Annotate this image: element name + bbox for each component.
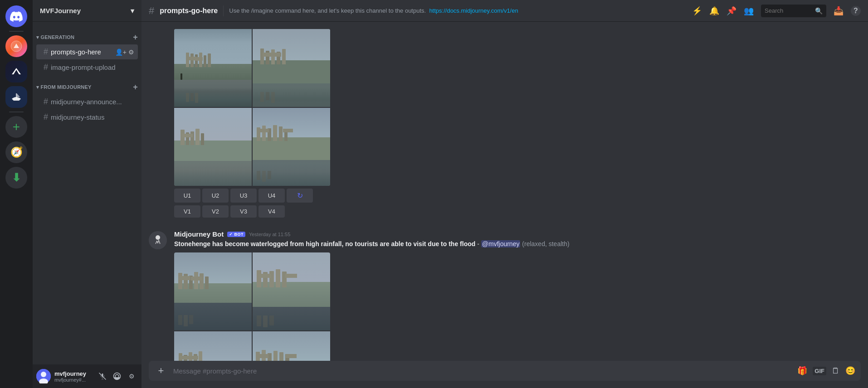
gif-icon[interactable]: GIF bbox=[813, 367, 826, 375]
search-box[interactable]: 🔍 bbox=[761, 5, 826, 17]
sb4-5 bbox=[279, 352, 283, 361]
upscale-1-button[interactable]: U1 bbox=[174, 189, 200, 203]
image-cell-2-1[interactable] bbox=[174, 252, 252, 330]
bot-badge: ✓ BOT bbox=[227, 232, 245, 237]
server-icon-explore[interactable]: 🧭 bbox=[5, 141, 27, 163]
notification-icon[interactable]: 🔔 bbox=[709, 6, 719, 16]
user-controls: ⚙ bbox=[96, 370, 138, 383]
members-icon[interactable]: 👥 bbox=[744, 6, 754, 16]
stones-group-3 bbox=[180, 129, 204, 145]
upscale-4-button[interactable]: U4 bbox=[258, 189, 285, 203]
image-cell-1-1[interactable] bbox=[174, 29, 252, 107]
sl2-2 bbox=[271, 53, 281, 57]
server-header[interactable]: MVFJourney ▾ bbox=[33, 0, 141, 22]
sticker-icon[interactable]: 🗒 bbox=[832, 366, 840, 376]
server-icon-mvfjourney[interactable] bbox=[5, 35, 27, 57]
upscale-3-button[interactable]: U3 bbox=[230, 189, 257, 203]
server-icon-discord-home[interactable] bbox=[5, 5, 27, 27]
user-settings-button[interactable]: ⚙ bbox=[125, 370, 138, 383]
hash-icon-2: # bbox=[44, 63, 48, 72]
stonehenge-image-3 bbox=[174, 108, 252, 186]
variation-3-button[interactable]: V3 bbox=[230, 205, 257, 218]
server-name: MVFJourney bbox=[40, 7, 81, 15]
pin-icon[interactable]: 📌 bbox=[727, 6, 736, 16]
input-icons: 🎁 GIF 🗒 😊 bbox=[797, 366, 855, 376]
channel-list: ▾ GENERATION + # prompts-go-here 👤+ ⚙ # … bbox=[33, 22, 141, 364]
message-separator: - bbox=[477, 240, 481, 247]
stones-b4 bbox=[256, 350, 326, 361]
upscale-2-button[interactable]: U2 bbox=[202, 189, 229, 203]
ground-4 bbox=[253, 137, 330, 160]
message-params: (relaxed, stealth) bbox=[522, 240, 569, 247]
sl4-2 bbox=[283, 129, 293, 132]
help-icon[interactable]: ? bbox=[851, 6, 861, 16]
avatar bbox=[36, 369, 51, 383]
boost-icon[interactable]: ⚡ bbox=[692, 6, 702, 16]
channel-item-midjourney-status[interactable]: # midjourney-status bbox=[36, 110, 138, 125]
mute-button[interactable] bbox=[96, 370, 109, 383]
inbox-icon[interactable]: 📥 bbox=[834, 6, 844, 16]
midjourney-docs-link[interactable]: https://docs.midjourney.com/v1/en bbox=[429, 7, 518, 14]
settings-icon[interactable]: ⚙ bbox=[128, 48, 134, 56]
search-input[interactable] bbox=[765, 7, 812, 14]
add-channel-icon[interactable]: + bbox=[133, 33, 138, 42]
emoji-icon[interactable]: 😊 bbox=[845, 366, 855, 376]
main-content: # prompts-go-here Use the /imagine comma… bbox=[141, 0, 868, 388]
channel-item-prompts-go-here[interactable]: # prompts-go-here 👤+ ⚙ bbox=[36, 44, 138, 59]
server-icon-download[interactable]: ⬇ bbox=[5, 167, 27, 189]
sb4-4 bbox=[273, 351, 278, 361]
image-cell-1-3[interactable] bbox=[174, 108, 252, 186]
stonehenge-img-2-2 bbox=[253, 252, 330, 330]
sb1-5 bbox=[200, 273, 204, 289]
stone-reflection-1 bbox=[186, 93, 198, 103]
add-channel-icon-2[interactable]: + bbox=[133, 82, 138, 92]
stone-refl-b2 bbox=[257, 315, 274, 327]
add-attachment-button[interactable]: + bbox=[154, 364, 168, 378]
message-input[interactable] bbox=[173, 367, 792, 375]
channel-name-3: midjourney-announce... bbox=[51, 98, 134, 106]
channel-item-image-prompt-upload[interactable]: # image-prompt-upload bbox=[36, 60, 138, 75]
srb1-3 bbox=[189, 315, 193, 324]
sbl4-1 bbox=[258, 354, 268, 358]
message-header-stonehenge: Midjourney Bot ✓ BOT Yesterday at 11:55 bbox=[174, 230, 861, 238]
server-sidebar: + 🧭 ⬇ bbox=[0, 0, 33, 388]
srb1-1 bbox=[178, 315, 182, 325]
channel-item-midjourney-announce[interactable]: # midjourney-announce... bbox=[36, 94, 138, 109]
server-icon-add[interactable]: + bbox=[5, 116, 27, 138]
message-group-partial: U1 U2 U3 U4 ↻ V1 V2 V3 V4 bbox=[141, 29, 868, 221]
variation-2-button[interactable]: V2 bbox=[202, 205, 229, 218]
channel-header-name: prompts-go-here bbox=[160, 7, 218, 15]
channel-header-hash-icon: # bbox=[149, 5, 154, 17]
stones-group-1 bbox=[186, 53, 211, 67]
category-from-midjourney[interactable]: ▾ FROM MIDJOURNEY + bbox=[33, 75, 141, 94]
category-generation[interactable]: ▾ GENERATION + bbox=[33, 25, 141, 44]
image-grid-1 bbox=[174, 29, 330, 186]
sr1 bbox=[186, 93, 189, 102]
variation-1-button[interactable]: V1 bbox=[174, 205, 200, 218]
message-author: Midjourney Bot bbox=[174, 230, 224, 238]
stonehenge-img-2-4 bbox=[253, 331, 330, 361]
image-cell-2-3[interactable] bbox=[174, 331, 252, 361]
deafen-button[interactable] bbox=[111, 370, 123, 383]
gift-icon[interactable]: 🎁 bbox=[797, 366, 807, 376]
add-member-icon[interactable]: 👤+ bbox=[115, 48, 127, 56]
image-cell-2-2[interactable] bbox=[253, 252, 330, 330]
stone-reflection-4 bbox=[257, 171, 271, 182]
message-group-stonehenge: Midjourney Bot ✓ BOT Yesterday at 11:55 … bbox=[141, 228, 868, 361]
message-input-area: + 🎁 GIF 🗒 😊 bbox=[141, 361, 868, 388]
server-icon-midjourney[interactable] bbox=[5, 61, 27, 82]
sb2-1 bbox=[257, 270, 261, 287]
image-cell-2-4[interactable] bbox=[253, 331, 330, 361]
channel-name: prompts-go-here bbox=[51, 48, 112, 56]
image-cell-1-2[interactable] bbox=[253, 29, 330, 107]
sr2 bbox=[190, 93, 194, 101]
messages-area: U1 U2 U3 U4 ↻ V1 V2 V3 V4 bbox=[141, 22, 868, 361]
s3-4 bbox=[195, 129, 200, 145]
image-cell-1-4[interactable] bbox=[253, 108, 330, 186]
channel-icons: 👤+ ⚙ bbox=[115, 48, 134, 56]
server-icon-boat[interactable] bbox=[5, 86, 27, 108]
s2-3 bbox=[271, 49, 275, 64]
refresh-top-button[interactable]: ↻ bbox=[287, 189, 313, 203]
sr2-1 bbox=[260, 92, 264, 102]
variation-4-button[interactable]: V4 bbox=[258, 205, 285, 218]
